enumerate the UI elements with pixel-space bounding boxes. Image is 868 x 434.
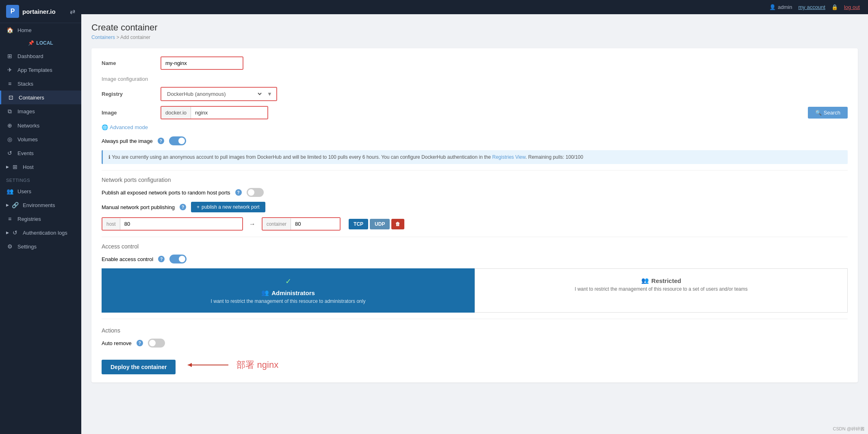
sidebar-item-images[interactable]: ⧉ Images xyxy=(0,104,81,119)
sidebar-item-users[interactable]: 👥 Users xyxy=(0,184,81,198)
sidebar-item-settings[interactable]: ⚙ Settings xyxy=(0,240,81,253)
auto-remove-help-icon: ? xyxy=(137,340,143,346)
sidebar-item-volumes[interactable]: ◎ Volumes xyxy=(0,132,81,146)
network-ports-header: Network ports configuration xyxy=(102,177,848,183)
annotation-wrapper: 部署 nginx xyxy=(184,359,278,371)
sidebar-item-volumes-label: Volumes xyxy=(17,136,38,143)
sidebar-item-home-label: Home xyxy=(17,27,32,33)
sidebar-item-networks-label: Networks xyxy=(17,123,39,129)
registries-view-link[interactable]: Registries View xyxy=(492,154,525,160)
host-port-box: host xyxy=(102,217,243,231)
content-area: Create container Containers > Add contai… xyxy=(81,14,868,434)
my-account-link[interactable]: my account xyxy=(798,4,825,10)
advanced-mode-link[interactable]: 🌐 Advanced mode xyxy=(102,124,848,130)
sidebar-item-registries-label: Registries xyxy=(17,216,41,222)
image-config-section-title: Image configuration xyxy=(102,76,848,82)
host-port-input[interactable] xyxy=(120,218,242,230)
sidebar-logo-text: portainer.io xyxy=(22,8,56,15)
access-control-section: Access control Enable access control ? ✓… xyxy=(102,243,848,313)
admin-users-icon: 👥 xyxy=(261,289,269,296)
registry-row: Registry DockerHub (anonymous) ▼ xyxy=(102,87,848,101)
registry-dropdown-icon: ▼ xyxy=(263,88,276,100)
info-box: ℹ You are currently using an anonymous a… xyxy=(102,150,848,164)
auto-remove-row: Auto remove ? xyxy=(102,339,848,348)
main-content: 👤 admin my account 🔒 log out Create cont… xyxy=(81,0,868,434)
name-row: Name xyxy=(102,56,848,70)
image-row: Image docker.io 🔍 Search xyxy=(102,106,848,119)
container-port-input[interactable] xyxy=(291,218,340,230)
topbar-separator: 🔒 xyxy=(831,4,838,10)
admin-card-title: 👥 Administrators xyxy=(110,289,466,296)
sidebar-item-auth-logs[interactable]: ↺ Authentication logs xyxy=(0,226,81,240)
udp-button[interactable]: UDP xyxy=(370,219,390,229)
breadcrumb-containers[interactable]: Containers xyxy=(91,35,115,40)
manual-port-label: Manual network port publishing xyxy=(102,204,175,210)
sidebar-item-host[interactable]: ⊞ Host xyxy=(0,160,81,174)
sidebar-item-stacks[interactable]: ≡ Stacks xyxy=(0,77,81,91)
protocol-buttons: TCP UDP 🗑 xyxy=(349,219,404,229)
always-pull-toggle[interactable] xyxy=(169,136,186,145)
registry-select[interactable]: DockerHub (anonymous) xyxy=(161,88,263,100)
sidebar-item-stacks-label: Stacks xyxy=(17,81,33,87)
sidebar-item-app-templates-label: App Templates xyxy=(17,67,52,73)
sidebar-item-users-label: Users xyxy=(17,188,31,194)
image-box: docker.io xyxy=(161,106,268,119)
image-label: Image xyxy=(102,110,154,116)
form-card: Name Image configuration Registry Docker… xyxy=(91,48,858,382)
topbar: 👤 admin my account 🔒 log out xyxy=(81,0,868,14)
enable-access-label: Enable access control xyxy=(102,256,153,262)
sidebar-item-dashboard-label: Dashboard xyxy=(17,53,43,59)
tcp-button[interactable]: TCP xyxy=(349,219,368,229)
page-title: Create container xyxy=(91,22,858,33)
container-label: container xyxy=(263,218,291,230)
registry-label: Registry xyxy=(102,91,154,97)
always-pull-row: Always pull the image ? xyxy=(102,136,848,145)
image-input[interactable] xyxy=(191,107,267,119)
sidebar-toggle-icon[interactable]: ⇄ xyxy=(70,8,75,15)
auth-logs-icon: ↺ xyxy=(11,229,19,236)
name-label: Name xyxy=(102,60,154,66)
sidebar-item-app-templates[interactable]: ✈ App Templates xyxy=(0,63,81,77)
access-control-header: Access control xyxy=(102,243,848,250)
restricted-access-card[interactable]: 👥 Restricted I want to restrict the mana… xyxy=(475,268,848,313)
enable-access-toggle[interactable] xyxy=(169,255,187,263)
sidebar-item-images-label: Images xyxy=(17,108,35,114)
annotation-arrow xyxy=(184,359,232,371)
publish-all-help-icon: ? xyxy=(235,189,242,196)
publish-new-port-button[interactable]: + publish a new network port xyxy=(191,202,265,212)
sidebar: P portainer.io ⇄ 🏠 Home 📌 LOCAL ⊞ Dashbo… xyxy=(0,0,81,434)
admin-access-card[interactable]: ✓ 👥 Administrators I want to restrict th… xyxy=(102,268,475,313)
settings-section-label: SETTINGS xyxy=(0,174,81,184)
svg-marker-1 xyxy=(188,363,192,367)
logout-link[interactable]: log out xyxy=(844,4,860,10)
info-icon: ℹ xyxy=(108,154,111,160)
always-pull-help-icon: ? xyxy=(158,138,164,144)
publish-all-toggle[interactable] xyxy=(247,188,264,197)
globe-icon: 🌐 xyxy=(102,124,108,130)
deploy-button[interactable]: Deploy the container xyxy=(102,360,176,374)
sidebar-item-home[interactable]: 🏠 Home xyxy=(0,23,81,37)
breadcrumb-current: Add container xyxy=(120,35,150,40)
always-pull-label: Always pull the image xyxy=(102,138,153,144)
sidebar-item-events[interactable]: ↺ Events xyxy=(0,146,81,160)
registry-box: DockerHub (anonymous) ▼ xyxy=(161,87,277,101)
name-input[interactable] xyxy=(161,57,243,69)
search-button[interactable]: 🔍 Search xyxy=(808,107,848,119)
sidebar-item-registries[interactable]: ≡ Registries xyxy=(0,212,81,226)
enable-access-row: Enable access control ? xyxy=(102,255,848,263)
containers-icon: ⊡ xyxy=(7,94,15,101)
port-mapping-row: host → container TCP UDP 🗑 xyxy=(102,217,848,231)
auto-remove-toggle[interactable] xyxy=(148,339,165,348)
user-icon: 👤 xyxy=(769,4,776,10)
stacks-icon: ≡ xyxy=(6,80,13,87)
sidebar-item-environments[interactable]: 🔗 Environments xyxy=(0,198,81,212)
dashboard-icon: ⊞ xyxy=(6,53,13,59)
sidebar-item-networks[interactable]: ⊕ Networks xyxy=(0,119,81,132)
manual-port-row: Manual network port publishing ? + publi… xyxy=(102,202,848,212)
sidebar-item-dashboard[interactable]: ⊞ Dashboard xyxy=(0,49,81,63)
admin-card-desc: I want to restrict the management of thi… xyxy=(110,298,466,304)
admin-check-icon: ✓ xyxy=(285,277,291,285)
delete-port-button[interactable]: 🗑 xyxy=(391,219,404,229)
events-icon: ↺ xyxy=(6,150,13,156)
sidebar-item-containers[interactable]: ⊡ Containers xyxy=(0,91,81,104)
